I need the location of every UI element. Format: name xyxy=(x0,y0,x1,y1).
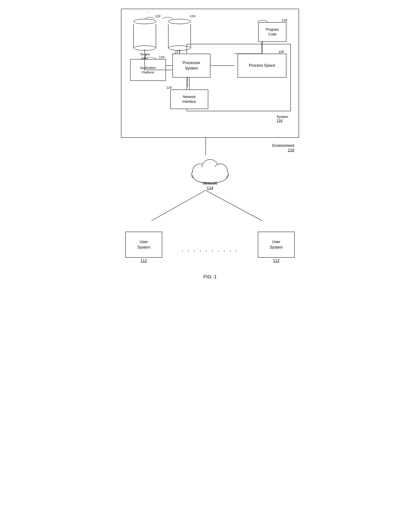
app-platform-label: ApplicationPlatform xyxy=(140,65,156,75)
environment-box: 122 ⌒ TenantDataStorage 124 S xyxy=(121,9,299,138)
tenant-storage: 122 ⌒ TenantDataStorage xyxy=(133,19,156,66)
network-iface-ref: 120 xyxy=(166,85,172,90)
process-space-label: Process Space xyxy=(249,63,275,68)
ni-to-cloud-line xyxy=(121,138,299,155)
user-system-left-container: UserSystem 112 xyxy=(125,232,162,263)
system-ref: 116 xyxy=(277,119,283,123)
svg-line-24 xyxy=(151,190,206,221)
figure-caption: FIG. 1 xyxy=(203,274,217,280)
processor-ref: 117 xyxy=(175,49,180,54)
page-container: 122 ⌒ TenantDataStorage 124 S xyxy=(112,9,308,280)
tenant-ref: 122 xyxy=(155,14,160,18)
user-system-right-ref: 112 xyxy=(273,259,279,263)
system-data-ref: 124 xyxy=(190,14,195,18)
user-system-left-label: UserSystem xyxy=(137,239,150,250)
diagram-area: 122 ⌒ TenantDataStorage 124 S xyxy=(128,16,293,129)
app-platform-ref: 118 xyxy=(159,55,164,59)
process-space-box: 128 Process Space xyxy=(238,54,286,77)
user-system-right-box: UserSystem xyxy=(258,232,295,258)
below-section: Network 114 UserSystem 112 xyxy=(121,138,299,280)
user-system-right-container: UserSystem 112 xyxy=(258,232,295,263)
cloud-svg xyxy=(186,155,234,183)
user-system-right-label: UserSystem xyxy=(270,239,283,250)
program-code-ref: 126 xyxy=(282,18,287,22)
processor-label: ProcessorSystem xyxy=(183,60,200,71)
cloud-to-users-lines xyxy=(121,190,299,225)
user-system-left-box: UserSystem xyxy=(125,232,162,258)
bottom-row: UserSystem 112 · · · · · · · · · · UserS… xyxy=(125,232,295,263)
network-iface-label: NetworkInterface xyxy=(182,94,196,104)
program-code-label: ProgramCode xyxy=(266,27,279,37)
program-code-box: 126 ProgramCode xyxy=(258,22,286,42)
network-ref: 114 xyxy=(207,186,213,190)
user-system-left-ref: 112 xyxy=(141,259,147,263)
network-interface-box: 120 NetworkInterface xyxy=(170,90,208,109)
dots: · · · · · · · · · · xyxy=(181,232,239,263)
processor-system-box: 117 ProcessorSystem xyxy=(172,54,210,77)
app-platform-box: 118 ApplicationPlatform xyxy=(130,59,166,81)
network-cloud-area: Network 114 xyxy=(186,155,234,190)
system-label: System116 xyxy=(277,115,288,123)
network-label: Network 114 xyxy=(203,181,217,190)
process-space-ref: 128 xyxy=(278,49,284,54)
svg-line-25 xyxy=(206,190,262,221)
